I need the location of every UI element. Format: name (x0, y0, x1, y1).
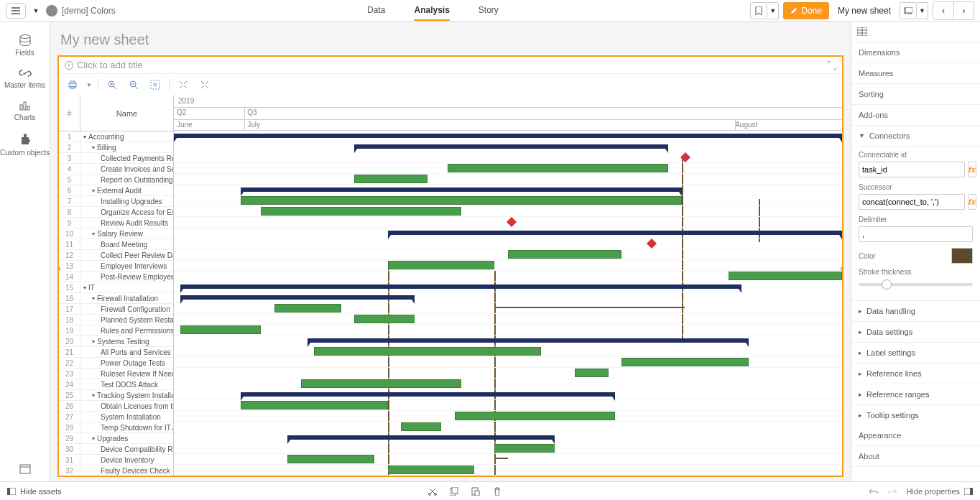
gantt-group-bar[interactable] (180, 284, 741, 289)
gantt-task-bar[interactable] (261, 207, 461, 216)
gantt-row[interactable]: 12Collect Peer Review Data (59, 250, 173, 261)
zoom-in-button[interactable] (104, 77, 120, 93)
gantt-row[interactable]: 14Post-Review Employee Int (59, 272, 173, 282)
delete-button[interactable] (493, 487, 501, 496)
gantt-task-bar[interactable] (388, 466, 475, 474)
fit-button[interactable] (147, 77, 163, 93)
gantt-group-bar[interactable] (241, 392, 615, 397)
gantt-row[interactable]: 26Obtain Licenses from the V (59, 401, 173, 412)
collapse-icon[interactable]: ▾ (92, 231, 95, 237)
prev-sheet-button[interactable]: ‹ (933, 2, 953, 19)
collapse-icon[interactable]: ▾ (92, 392, 95, 399)
custom-objects-tab[interactable]: Custom objects (0, 127, 50, 162)
gantt-task-bar[interactable] (241, 196, 682, 205)
gantt-row[interactable]: 22Power Outage Tests (59, 358, 173, 369)
milestone[interactable] (507, 217, 517, 227)
gantt-row[interactable]: 15▾IT (59, 282, 173, 293)
gantt-group-bar[interactable] (180, 295, 415, 300)
fields-tab[interactable]: Fields (0, 29, 50, 62)
data-settings-section[interactable]: ▸Data settings (851, 321, 980, 342)
gantt-row[interactable]: 9Review Audit Results (59, 218, 173, 228)
gantt-task-bar[interactable] (508, 250, 621, 259)
done-button[interactable]: Done (783, 2, 829, 19)
tooltip-settings-section[interactable]: ▸Tooltip settings (851, 404, 980, 425)
gantt-row[interactable]: 17Firewall Configuration (59, 304, 173, 315)
dimensions-section[interactable]: Dimensions (851, 42, 980, 63)
viz-container[interactable]: + Click to add title ▼ (57, 55, 843, 477)
gantt-row[interactable]: 13Employee Interviews (59, 261, 173, 272)
sheet-name[interactable]: My new sheet (833, 6, 895, 16)
gantt-row[interactable]: 21All Ports and Services Test (59, 347, 173, 358)
milestone[interactable] (647, 239, 657, 249)
gantt-group-bar[interactable] (354, 144, 668, 149)
gantt-task-bar[interactable] (455, 412, 615, 420)
paste-button[interactable] (471, 487, 480, 496)
gantt-task-bar[interactable] (301, 379, 461, 388)
gantt-group-bar[interactable] (174, 134, 842, 138)
data-handling-section[interactable]: ▸Data handling (851, 300, 980, 321)
connectors-section[interactable]: ▼Connectors (851, 126, 980, 147)
collapse-icon[interactable]: ▾ (83, 134, 86, 140)
stroke-slider[interactable] (859, 283, 973, 286)
sheets-dropdown[interactable]: ▼ (917, 2, 928, 19)
gantt-row[interactable]: 32Faulty Devices Check (59, 466, 173, 476)
gantt-row[interactable]: 1▾Accounting (59, 131, 173, 142)
gantt-group-bar[interactable] (388, 231, 842, 235)
gantt-row[interactable]: 4Create Invoices and Send t (59, 164, 173, 175)
collapse-icon[interactable]: ▾ (92, 338, 95, 345)
gantt-task-bar[interactable] (274, 304, 341, 312)
gantt-row[interactable]: 7Installing Upgrades (59, 196, 173, 207)
gantt-group-bar[interactable] (308, 338, 749, 343)
sheet-settings-button[interactable] (0, 464, 50, 474)
gantt-row[interactable]: 23Ruleset Review If Needed (59, 369, 173, 379)
gantt-task-bar[interactable] (621, 358, 749, 366)
gantt-task-bar[interactable] (287, 455, 374, 463)
collapse-icon[interactable]: ▾ (92, 144, 95, 151)
sheet-title[interactable]: My new sheet (57, 26, 843, 55)
gantt-group-bar[interactable] (287, 435, 555, 440)
color-picker[interactable]: ▼ (951, 248, 973, 264)
gantt-row[interactable]: 24Test DDOS Attack (59, 379, 173, 390)
bookmark-dropdown[interactable]: ▼ (767, 2, 779, 19)
gantt-task-bar[interactable] (448, 164, 668, 172)
gantt-row[interactable]: 31Device Inventory (59, 455, 173, 466)
gantt-task-bar[interactable] (494, 444, 555, 453)
gantt-row[interactable]: 11Board Meeting (59, 239, 173, 250)
gantt-row[interactable]: 29▾Upgrades (59, 433, 173, 444)
sorting-section[interactable]: Sorting (851, 84, 980, 105)
expand-button[interactable] (828, 61, 836, 70)
copy-button[interactable] (450, 487, 458, 496)
measures-section[interactable]: Measures (851, 63, 980, 84)
hide-properties-button[interactable]: Hide properties (906, 487, 973, 496)
menu-button[interactable] (6, 3, 26, 19)
gantt-row[interactable]: 5Report on Outstanding Co (59, 175, 173, 185)
collapse-all-button[interactable] (175, 77, 191, 93)
print-button[interactable] (65, 77, 80, 93)
gantt-task-bar[interactable] (354, 175, 427, 183)
gantt-row[interactable]: 28Temp Shutdown for IT Aud (59, 422, 173, 433)
gantt-row[interactable]: 18Planned System Restart (59, 315, 173, 325)
gantt-task-bar[interactable] (354, 315, 415, 323)
gantt-row[interactable]: 6▾External Audit (59, 185, 173, 196)
master-items-tab[interactable]: Master items (0, 62, 50, 95)
charts-tab[interactable]: Charts (0, 95, 50, 127)
undo-button[interactable] (869, 488, 879, 495)
gantt-task-bar[interactable] (314, 347, 541, 356)
collapse-icon[interactable]: ▾ (92, 295, 95, 302)
print-dropdown[interactable]: ▼ (86, 82, 92, 88)
tab-data[interactable]: Data (367, 0, 385, 21)
successor-input[interactable] (859, 194, 965, 210)
reference-lines-section[interactable]: ▸Reference lines (851, 363, 980, 384)
gantt-row[interactable]: 20▾Systems Testing (59, 336, 173, 347)
connectable-id-input[interactable] (859, 162, 965, 177)
gantt-row[interactable]: 2▾Billing (59, 142, 173, 153)
gantt-row[interactable]: 3Collected Payments Review (59, 153, 173, 164)
slider-thumb[interactable] (882, 279, 892, 290)
collapse-icon[interactable]: ▾ (92, 435, 95, 442)
addons-section[interactable]: Add-ons (851, 105, 980, 126)
gantt-row[interactable]: 30Device Compatibility Revie (59, 444, 173, 455)
gantt-task-bar[interactable] (575, 369, 609, 377)
gantt-row[interactable]: 10▾Salary Review (59, 228, 173, 239)
tab-analysis[interactable]: Analysis (414, 0, 449, 21)
gantt-row[interactable]: 25▾Tracking System Installation (59, 390, 173, 401)
